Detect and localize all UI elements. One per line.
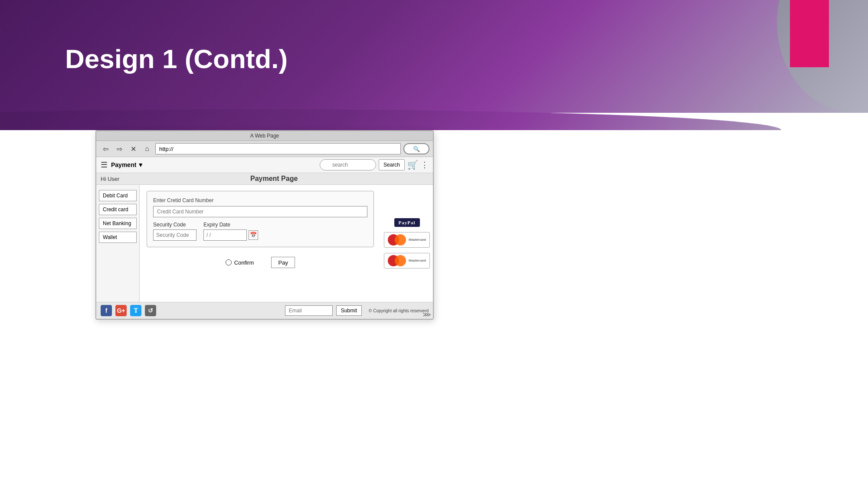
hi-user-bar: Hi User Payment Page — [96, 173, 433, 185]
browser-window: A Web Page ⇦ ⇨ ✕ ⌂ 🔍 ☰ Payment ▼ 🔍 Searc… — [95, 130, 434, 320]
search-wrap: 🔍 — [320, 159, 376, 170]
confirm-text: Confirm — [234, 259, 254, 266]
paypal-badge[interactable]: PayPal — [394, 218, 420, 227]
security-code-label: Security Code — [153, 222, 197, 228]
browser-main: Debit Card Credit card Net Banking Walle… — [96, 185, 433, 302]
calendar-icon[interactable]: 📅 — [249, 230, 258, 240]
mastercard-label-1: Mastercard — [409, 238, 426, 242]
mastercard-label-2: Mastercard — [409, 259, 426, 262]
expiry-date-input[interactable] — [203, 229, 247, 241]
cart-icon[interactable]: 🛒 — [407, 160, 418, 170]
slide-title: Design 1 (Contd.) — [65, 43, 288, 74]
payment-menu[interactable]: Payment ▼ — [111, 161, 144, 168]
mastercard-badge-2[interactable]: Mastercard — [384, 253, 430, 269]
security-code-input[interactable] — [153, 229, 197, 241]
page-title: Payment Page — [119, 175, 429, 183]
browser-navbar: ⇦ ⇨ ✕ ⌂ 🔍 — [96, 141, 433, 157]
pink-accent-decoration — [790, 0, 829, 67]
mastercard-badge-1[interactable]: Mastercard — [384, 232, 430, 248]
share-icon[interactable]: ↺ — [145, 305, 156, 316]
menubar-search-input[interactable] — [320, 159, 376, 170]
security-code-col: Security Code — [153, 222, 197, 241]
hamburger-menu[interactable]: ☰ — [101, 160, 108, 170]
confirm-pay-row: Confirm Pay — [147, 252, 374, 271]
close-button[interactable]: ✕ — [128, 143, 139, 154]
forward-button[interactable]: ⇨ — [114, 143, 125, 154]
mastercard-orange-circle-2 — [395, 255, 406, 266]
back-button[interactable]: ⇦ — [100, 143, 111, 154]
expiry-row: 📅 — [203, 229, 258, 241]
sidebar: Debit Card Credit card Net Banking Walle… — [96, 185, 140, 302]
mastercard-orange-circle — [395, 234, 406, 246]
security-expiry-row: Security Code Expiry Date 📅 — [153, 222, 367, 241]
payment-menu-label: Payment — [111, 161, 136, 168]
credit-card-label: Credit card — [103, 206, 128, 213]
payment-icons-area: PayPal Mastercard Mastercard — [381, 185, 433, 302]
dropdown-arrow-icon: ▼ — [138, 161, 144, 168]
pay-button[interactable]: Pay — [271, 257, 295, 268]
sidebar-item-wallet[interactable]: Wallet — [99, 232, 137, 243]
confirm-label: Confirm — [226, 259, 254, 266]
menubar-search-area: 🔍 Search 🛒 ⋮ — [320, 159, 429, 170]
sidebar-item-debit-card[interactable]: Debit Card — [99, 190, 137, 201]
google-plus-icon[interactable]: G+ — [115, 305, 127, 316]
copyright-text: © Copyright all rights reserverd — [369, 308, 429, 313]
payment-form-card: Enter Cretid Card Number Security Code E… — [147, 191, 374, 247]
url-bar[interactable] — [155, 143, 401, 154]
hi-user-text: Hi User — [101, 176, 119, 182]
net-banking-label: Net Banking — [103, 220, 131, 226]
sidebar-item-net-banking[interactable]: Net Banking — [99, 218, 137, 229]
browser-titlebar: A Web Page — [96, 131, 433, 141]
browser-search-oval[interactable]: 🔍 — [403, 143, 429, 154]
sidebar-item-credit-card[interactable]: Credit card — [99, 204, 137, 215]
browser-menubar: ☰ Payment ▼ 🔍 Search 🛒 ⋮ — [96, 157, 433, 173]
debit-card-label: Debit Card — [103, 193, 128, 199]
resize-handle: ⋙ — [423, 311, 431, 318]
wallet-label: Wallet — [103, 234, 117, 240]
payment-form-area: Enter Cretid Card Number Security Code E… — [140, 185, 381, 302]
expiry-date-col: Expiry Date 📅 — [203, 222, 258, 241]
home-button[interactable]: ⌂ — [141, 143, 153, 154]
twitter-icon[interactable]: 𝕋 — [130, 305, 141, 316]
credit-card-number-input[interactable] — [153, 206, 367, 217]
submit-button[interactable]: Submit — [336, 305, 362, 316]
search-button[interactable]: Search — [379, 159, 405, 170]
enter-cc-text: Enter Cretid Card Number — [153, 197, 367, 203]
browser-footer: f G+ 𝕋 ↺ Submit © Copyright all rights r… — [96, 302, 433, 319]
confirm-radio[interactable] — [226, 259, 232, 265]
search-icon: 🔍 — [413, 146, 420, 152]
expiry-date-label: Expiry Date — [203, 222, 258, 228]
email-input[interactable] — [285, 305, 333, 316]
facebook-icon[interactable]: f — [101, 305, 112, 316]
more-options-icon[interactable]: ⋮ — [421, 160, 429, 170]
